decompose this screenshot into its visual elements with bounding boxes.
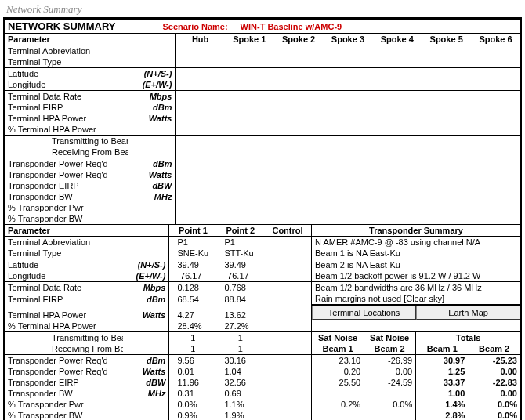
table-row: Transponder Power Req'dWatts [5, 169, 520, 180]
cell [176, 202, 225, 213]
table-row: Terminal HPA PowerWatts4.2713.62Terminal… [5, 305, 520, 321]
param-label: Transponder Power Req'd [5, 366, 123, 377]
param-label: % Transponder BW [5, 213, 128, 225]
cell: SNE-Ku [169, 248, 217, 259]
col-spoke4: Spoke 4 [372, 34, 422, 45]
cell [264, 237, 312, 248]
cell [324, 180, 373, 191]
cell [471, 124, 520, 136]
cell: 23.10 [312, 355, 364, 367]
col-spoke1: Spoke 1 [225, 34, 274, 45]
sheet: NETWORK SUMMARY Scenario Name: WIN-T Bas… [3, 17, 522, 420]
cell [176, 147, 225, 158]
cell [274, 68, 324, 80]
unit-label: Watts [128, 169, 176, 180]
cell [225, 79, 274, 91]
unit-label: Watts [128, 113, 176, 124]
cell: -26.99 [364, 355, 416, 367]
cell [471, 169, 520, 180]
cell: 0.69 [216, 388, 264, 399]
param-label: Transponder BW [5, 191, 128, 202]
param-label: Terminal Data Rate [5, 282, 123, 294]
cell [471, 68, 520, 80]
bottom-header-row: Parameter Point 1 Point 2 Control Transp… [5, 225, 520, 237]
cell [372, 202, 422, 213]
cell [372, 191, 422, 202]
cell: 1 [216, 332, 264, 344]
unit-label: dBm [128, 102, 176, 113]
table-row: Latitude(N+/S-)39.4939.49Beam 2 is NA Ea… [5, 259, 520, 271]
cell [471, 191, 520, 202]
cell [274, 136, 324, 147]
table-row: % Transponder BW [5, 213, 520, 225]
table-row: % Transponder Pwr0.0%1.1%0.2%0.0%1.4%0.0… [5, 399, 520, 410]
cell [471, 180, 520, 191]
cell: 0.00 [364, 366, 416, 377]
cell [324, 56, 373, 68]
cell [324, 113, 373, 124]
unit-label: Watts [123, 305, 169, 321]
cell [225, 68, 274, 80]
cell [471, 91, 520, 103]
cell [422, 91, 471, 103]
cell: 30.16 [216, 355, 264, 367]
cell: 0.2% [312, 399, 364, 410]
cell: 0.9% [169, 410, 217, 420]
unit-label: (E+/W-) [123, 270, 169, 282]
window-title: Network Summary [0, 0, 525, 17]
param-label: % Transponder Pwr [5, 202, 128, 213]
cell [225, 202, 274, 213]
cell: 32.56 [216, 377, 264, 388]
table-row: % Transponder BW0.9%1.9%2.8%0.0% [5, 410, 520, 420]
table-row: % Terminal HPA Power [5, 124, 520, 136]
cell [312, 388, 364, 399]
cell [422, 45, 471, 57]
param-label: Transmitting to Beam # [5, 332, 123, 344]
cell: -24.59 [364, 377, 416, 388]
earth-map-button[interactable]: Earth Map [416, 306, 520, 320]
cell [225, 213, 274, 225]
cell [324, 102, 373, 113]
param-label: Terminal Data Rate [5, 91, 128, 103]
cell: -22.83 [468, 377, 520, 388]
unit-label: dBm [123, 293, 169, 305]
cell: 39.49 [216, 259, 264, 271]
param-label: Terminal EIRP [5, 102, 128, 113]
cell [225, 56, 274, 68]
table-row: Terminal Data RateMbps0.1280.768Beam 1/2… [5, 282, 520, 294]
cell [471, 213, 520, 225]
cell [372, 45, 422, 57]
cell: 30.97 [416, 355, 469, 367]
table-row: Transmitting to Beam #11Sat NoiseSat Noi… [5, 332, 520, 344]
cell [471, 79, 520, 91]
col-spoke3: Spoke 3 [324, 34, 373, 45]
table-row: Receiving From Beam #11Beam 1Beam 2Beam … [5, 343, 520, 355]
param-label: Longitude [5, 79, 128, 91]
cell [274, 56, 324, 68]
beam1b-header: Beam 1 [416, 343, 469, 355]
cell [274, 102, 324, 113]
cell [176, 191, 225, 202]
param-label: Latitude [5, 259, 123, 271]
cell: 0.128 [169, 282, 217, 294]
cell [264, 377, 312, 388]
cell [422, 158, 471, 170]
cell [274, 180, 324, 191]
unit-label [123, 399, 169, 410]
cell [372, 158, 422, 170]
unit-label: dBm [123, 355, 169, 367]
terminal-locations-button[interactable]: Terminal Locations [312, 306, 416, 320]
unit-label [123, 237, 169, 248]
cell: 1.1% [216, 399, 264, 410]
cell [422, 202, 471, 213]
beam1-header: Beam 1 [312, 343, 364, 355]
cell [372, 56, 422, 68]
param-label: % Transponder Pwr [5, 399, 123, 410]
button-cell: Terminal LocationsEarth Map [312, 305, 520, 321]
cell: STT-Ku [216, 248, 264, 259]
cell [324, 124, 373, 136]
cell [324, 213, 373, 225]
unit-label [128, 56, 176, 68]
col-parameter: Parameter [5, 34, 176, 45]
param-label: Transponder Power Req'd [5, 158, 128, 170]
